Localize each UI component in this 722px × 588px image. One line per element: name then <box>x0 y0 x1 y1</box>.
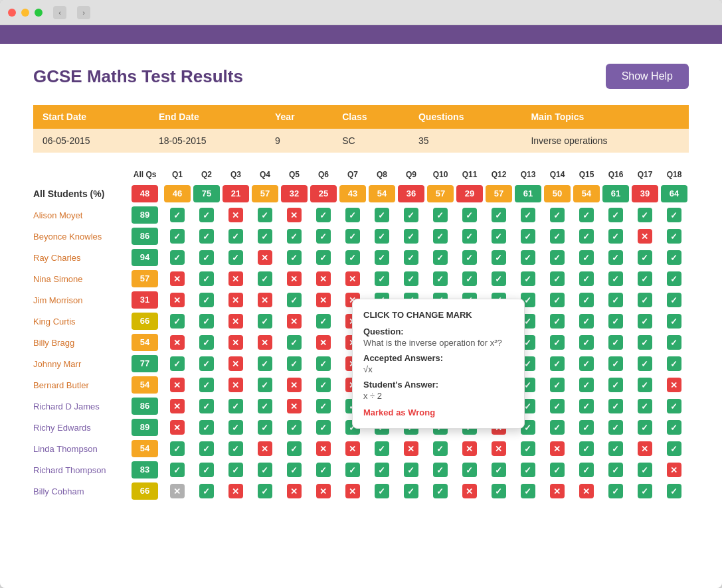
mark-icon[interactable]: ✓ <box>462 271 477 286</box>
mark-cell[interactable]: ✓ <box>543 332 572 353</box>
mark-icon[interactable]: ✓ <box>462 229 477 244</box>
mark-icon[interactable]: ✓ <box>199 484 214 498</box>
mark-icon[interactable]: ✓ <box>550 335 565 350</box>
mark-cell[interactable]: ✓ <box>543 396 572 417</box>
mark-cell[interactable]: ✓ <box>630 396 660 417</box>
mark-cell[interactable]: ✓ <box>572 353 601 374</box>
mark-icon[interactable]: ✓ <box>258 420 272 435</box>
mark-cell[interactable]: ✓ <box>660 226 689 247</box>
mark-icon[interactable]: ✓ <box>228 229 243 244</box>
mark-icon[interactable]: ✓ <box>579 250 594 265</box>
mark-icon[interactable]: ✓ <box>608 463 623 477</box>
mark-cell[interactable]: ✓ <box>250 353 280 374</box>
mark-cell[interactable]: ✓ <box>543 459 572 480</box>
mark-icon[interactable]: ✕ <box>170 271 185 286</box>
mark-icon[interactable]: ✓ <box>287 335 302 350</box>
mark-cell[interactable]: ✓ <box>367 268 397 289</box>
mark-cell[interactable]: ✓ <box>630 374 660 396</box>
mark-icon[interactable]: ✓ <box>608 356 623 371</box>
mark-cell[interactable]: ✓ <box>513 438 543 459</box>
mark-cell[interactable]: ✓ <box>426 268 455 289</box>
mark-icon[interactable]: ✓ <box>170 208 185 222</box>
mark-cell[interactable]: ✓ <box>367 459 397 480</box>
mark-cell[interactable]: ✓ <box>192 417 221 438</box>
mark-cell[interactable]: ✕ <box>630 438 660 459</box>
mark-icon[interactable]: ✓ <box>550 314 565 329</box>
mark-cell[interactable]: ✓ <box>601 417 630 438</box>
mark-cell[interactable]: ✓ <box>572 396 601 417</box>
mark-cell[interactable]: ✕ <box>484 438 513 459</box>
mark-cell[interactable]: ✓ <box>338 226 367 247</box>
mark-cell[interactable]: ✓ <box>572 289 601 311</box>
mark-icon[interactable]: ✓ <box>199 229 214 244</box>
mark-icon[interactable]: ✓ <box>258 271 272 286</box>
mark-cell[interactable]: ✓ <box>660 247 689 268</box>
mark-icon[interactable]: ✓ <box>375 463 389 477</box>
student-name[interactable]: Richard D James <box>33 396 127 417</box>
mark-icon[interactable]: ✓ <box>404 229 418 244</box>
mark-icon[interactable]: ✓ <box>287 229 302 244</box>
mark-icon[interactable]: ✓ <box>433 250 448 265</box>
mark-cell[interactable]: ✓ <box>250 459 280 480</box>
mark-cell[interactable]: ✓ <box>280 289 309 311</box>
mark-cell[interactable]: ✓ <box>397 247 426 268</box>
mark-cell[interactable]: ✓ <box>280 353 309 374</box>
mark-icon[interactable]: ✕ <box>228 335 243 350</box>
mark-icon[interactable]: ✓ <box>228 399 243 413</box>
mark-icon[interactable]: ✕ <box>316 484 331 498</box>
mark-icon[interactable]: ✓ <box>258 356 272 371</box>
mark-icon[interactable]: ✓ <box>638 356 652 371</box>
student-name[interactable]: Linda Thompson <box>33 438 127 459</box>
mark-icon[interactable]: ✓ <box>667 229 681 244</box>
student-name[interactable]: Alison Moyet <box>33 204 127 226</box>
mark-cell[interactable]: ✓ <box>601 247 630 268</box>
mark-icon[interactable]: ✓ <box>492 208 506 222</box>
mark-cell[interactable]: ✕ <box>221 480 250 502</box>
mark-cell[interactable]: ✓ <box>484 226 513 247</box>
mark-icon[interactable]: ✕ <box>170 293 185 307</box>
mark-cell[interactable]: ✓ <box>367 438 397 459</box>
mark-icon[interactable]: ✓ <box>287 250 302 265</box>
mark-cell[interactable]: ✓ <box>455 459 484 480</box>
mark-cell[interactable]: ✕ <box>250 438 280 459</box>
mark-icon[interactable]: ✓ <box>287 420 302 435</box>
mark-icon[interactable]: ✓ <box>316 250 331 265</box>
mark-icon[interactable]: ✓ <box>462 208 477 222</box>
mark-icon[interactable]: ✓ <box>228 250 243 265</box>
mark-icon[interactable]: ✕ <box>492 441 506 456</box>
mark-icon[interactable]: ✓ <box>667 314 681 329</box>
mark-cell[interactable]: ✓ <box>543 289 572 311</box>
mark-cell[interactable]: ✓ <box>601 480 630 502</box>
mark-icon[interactable]: ✓ <box>579 271 594 286</box>
mark-cell[interactable]: ✕ <box>338 268 367 289</box>
mark-icon[interactable]: ✓ <box>316 463 331 477</box>
mark-cell[interactable]: ✓ <box>397 459 426 480</box>
mark-icon[interactable]: ✓ <box>608 420 623 435</box>
mark-icon[interactable]: ✓ <box>492 463 506 477</box>
mark-cell[interactable]: ✓ <box>543 311 572 332</box>
mark-icon[interactable]: ✓ <box>433 484 448 498</box>
mark-cell[interactable]: ✕ <box>338 480 367 502</box>
mark-cell[interactable]: ✓ <box>513 247 543 268</box>
mark-icon[interactable]: ✕ <box>258 293 272 307</box>
mark-cell[interactable]: ✓ <box>192 204 221 226</box>
mark-cell[interactable]: ✓ <box>660 396 689 417</box>
student-name[interactable]: Billy Cobham <box>33 480 127 502</box>
student-name[interactable]: Richy Edwards <box>33 417 127 438</box>
mark-icon[interactable]: ✓ <box>258 484 272 498</box>
mark-cell[interactable]: ✕ <box>455 480 484 502</box>
mark-icon[interactable]: ✓ <box>550 378 565 392</box>
mark-icon[interactable]: ✓ <box>521 441 535 456</box>
mark-icon[interactable]: ✓ <box>550 399 565 413</box>
mark-icon[interactable]: ✓ <box>258 399 272 413</box>
mark-icon[interactable]: ✕ <box>316 441 331 456</box>
mark-icon[interactable]: ✓ <box>521 208 535 222</box>
mark-cell[interactable]: ✓ <box>484 459 513 480</box>
student-name[interactable]: Beyonce Knowles <box>33 226 127 247</box>
mark-cell[interactable]: ✓ <box>397 268 426 289</box>
mark-cell[interactable]: ✕ <box>250 247 280 268</box>
mark-icon[interactable]: ✓ <box>199 441 214 456</box>
mark-icon[interactable]: ✕ <box>287 378 302 392</box>
maximize-dot[interactable] <box>35 9 43 17</box>
mark-cell[interactable]: ✓ <box>543 204 572 226</box>
